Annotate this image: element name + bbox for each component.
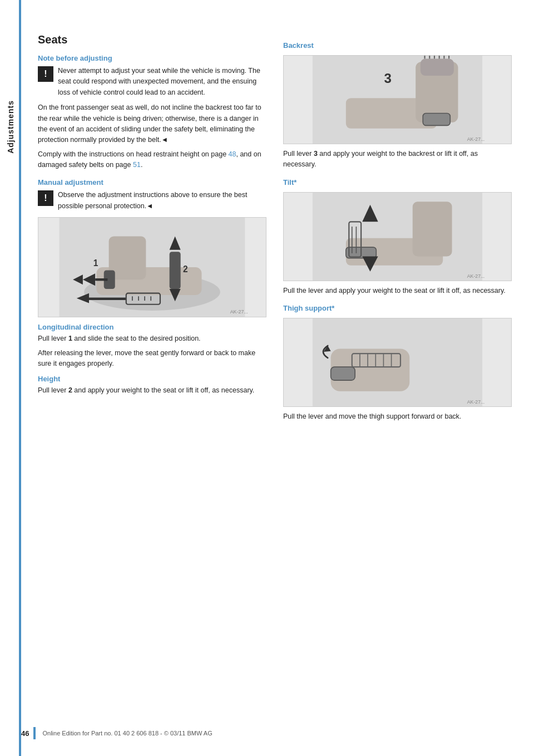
height-body: Pull lever 2 and apply your weight to th… bbox=[38, 385, 266, 396]
main-content: Seats Note before adjusting ! Never atte… bbox=[21, 0, 534, 756]
note-body-2-suffix: . bbox=[141, 161, 142, 169]
backrest-title: Backrest bbox=[283, 41, 512, 50]
thigh-support-body: Pull the lever and move the thigh suppor… bbox=[283, 411, 512, 422]
longitudinal-bold: 1 bbox=[68, 335, 72, 342]
footer-text: Online Edition for Part no. 01 40 2 606 … bbox=[42, 730, 212, 737]
thigh-support-diagram: AK-27... bbox=[283, 318, 512, 407]
warning-icon-1: ! bbox=[38, 66, 53, 82]
longitudinal-suffix: and slide the seat to the desired positi… bbox=[72, 335, 201, 342]
left-column: Seats Note before adjusting ! Never atte… bbox=[38, 33, 266, 734]
svg-rect-15 bbox=[89, 298, 126, 300]
longitudinal-prefix: Pull lever bbox=[38, 335, 68, 342]
svg-text:AK-27...: AK-27... bbox=[467, 136, 484, 142]
longitudinal-body-1: Pull lever 1 and slide the seat to the d… bbox=[38, 333, 266, 344]
footer-divider bbox=[33, 727, 36, 739]
height-bold: 2 bbox=[68, 386, 72, 394]
svg-text:AK-27...: AK-27... bbox=[230, 310, 248, 315]
note-body-2: Comply with the instructions on head res… bbox=[38, 149, 266, 171]
longitudinal-body-2: After releasing the lever, move the seat… bbox=[38, 348, 266, 370]
svg-text:AK-27...: AK-27... bbox=[467, 399, 484, 405]
warning-symbol-1: ! bbox=[44, 69, 47, 79]
page-number: 46 bbox=[21, 729, 29, 738]
note-body-2-prefix: Comply with the instructions on head res… bbox=[38, 150, 229, 158]
svg-rect-47 bbox=[331, 367, 355, 380]
height-title: Height bbox=[38, 375, 266, 383]
manual-adjustment-title: Manual adjustment bbox=[38, 178, 266, 186]
svg-rect-7 bbox=[95, 278, 107, 281]
height-prefix: Pull lever bbox=[38, 386, 68, 394]
warning-text-2: Observe the adjustment instructions abov… bbox=[58, 190, 266, 212]
link-page-51[interactable]: 51 bbox=[133, 161, 141, 169]
svg-text:1: 1 bbox=[93, 258, 98, 268]
svg-text:2: 2 bbox=[183, 264, 188, 274]
backrest-diagram: 3 AK-27... bbox=[283, 55, 512, 144]
seat-svg: 1 2 bbox=[38, 218, 266, 317]
page-footer: 46 Online Edition for Part no. 01 40 2 6… bbox=[0, 727, 534, 739]
note-body-1: On the front passenger seat as well, do … bbox=[38, 102, 266, 146]
sidebar-tab: Adjustments bbox=[0, 0, 21, 756]
warning-symbol-2: ! bbox=[44, 193, 47, 203]
height-suffix: and apply your weight to the seat or lif… bbox=[72, 386, 255, 394]
svg-rect-25 bbox=[423, 114, 450, 126]
sidebar-label: Adjustments bbox=[6, 100, 15, 154]
backrest-prefix: Pull lever bbox=[283, 150, 314, 158]
backrest-svg: 3 AK-27... bbox=[284, 56, 511, 144]
svg-text:AK-27...: AK-27... bbox=[467, 273, 484, 278]
thigh-svg: AK-27... bbox=[284, 318, 511, 406]
warning-block-2: ! Observe the adjustment instructions ab… bbox=[38, 190, 266, 212]
backrest-bold: 3 bbox=[314, 150, 318, 158]
right-column: Backrest 3 bbox=[283, 33, 512, 734]
tilt-svg: AK-27... bbox=[284, 193, 511, 281]
longitudinal-direction-title: Longitudinal direction bbox=[38, 323, 266, 331]
backrest-body: Pull lever 3 and apply your weight to th… bbox=[283, 149, 512, 170]
note-before-adjusting-title: Note before adjusting bbox=[38, 54, 266, 62]
warning-block-1: ! Never attempt to adjust your seat whil… bbox=[38, 66, 266, 98]
svg-rect-37 bbox=[413, 202, 452, 256]
section-title: Seats bbox=[38, 33, 266, 46]
page-container: Adjustments Seats Note before adjusting … bbox=[0, 0, 534, 756]
link-page-48[interactable]: 48 bbox=[229, 150, 236, 158]
tilt-diagram: AK-27... bbox=[283, 192, 512, 281]
thigh-support-title: Thigh support* bbox=[283, 304, 512, 312]
warning-text-1: Never attempt to adjust your seat while … bbox=[58, 66, 266, 98]
seat-diagram: 1 2 bbox=[38, 217, 266, 317]
tilt-body: Pull the lever and apply your weight to … bbox=[283, 286, 512, 296]
svg-rect-27 bbox=[421, 58, 454, 76]
svg-rect-35 bbox=[313, 193, 482, 281]
warning-icon-2: ! bbox=[38, 190, 53, 206]
svg-text:3: 3 bbox=[384, 71, 392, 86]
svg-rect-10 bbox=[170, 252, 181, 289]
tilt-title: Tilt* bbox=[283, 178, 512, 186]
